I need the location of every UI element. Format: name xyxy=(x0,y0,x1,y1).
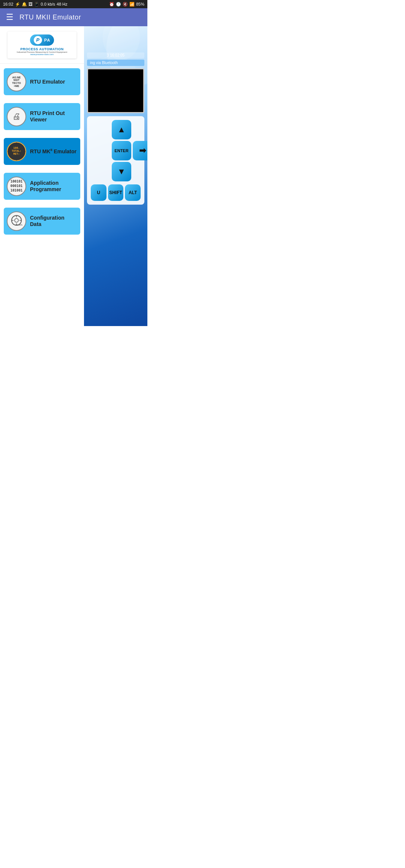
logo-oval: P PA xyxy=(30,34,54,46)
calibration-icon: CALIBRATION xyxy=(7,211,26,231)
logo-area: P PA PROCESS AUTOMATION Industrial Proce… xyxy=(0,26,84,64)
menu-button[interactable]: U xyxy=(91,184,106,201)
binary-text: 100101000101101001 xyxy=(10,180,23,193)
main-container: P PA PROCESS AUTOMATION Industrial Proce… xyxy=(0,26,147,326)
direction-buttons: ▲ ENTER ➡ xyxy=(89,118,142,183)
status-right: ⏰ 🕐 🔇 📶 85% xyxy=(109,2,144,7)
down-button[interactable]: ▼ xyxy=(112,162,131,181)
svg-text:CALIBRATION: CALIBRATION xyxy=(15,224,22,226)
logo-pa-text: PA xyxy=(44,38,50,42)
company-url: www.process-auto.com xyxy=(12,53,72,55)
nav-item-rtu-printout[interactable]: 🖨 RTU Print Out Viewer xyxy=(0,100,84,133)
nav-item-rtu-emulator[interactable]: AG:NENSITTECTO=ME RTU Emulator xyxy=(0,65,84,99)
notification-icon: 🔔 xyxy=(22,2,27,7)
status-left: 16:02 ⚡ 🔔 🖼 📱 0.0 kb/s 48 Hz xyxy=(3,2,68,7)
emulator-area: 3 16:02:05 ing via Bluetooth ▲ xyxy=(87,52,144,207)
wifi-icon: 📶 xyxy=(129,2,135,7)
image-icon: 🖼 xyxy=(28,2,33,6)
mkii-icon: 100.TOTAL:MET: xyxy=(7,142,26,161)
mute-icon: 🔇 xyxy=(123,2,128,7)
alt-label: ALT xyxy=(129,190,137,195)
company-name: PROCESS AUTOMATION xyxy=(12,47,72,51)
calibration-symbol: CALIBRATION xyxy=(10,214,22,228)
rtu-printout-label: RTU Print Out Viewer xyxy=(30,110,77,123)
svg-point-1 xyxy=(15,218,18,222)
lcd-screen xyxy=(87,68,144,113)
clock-icon: 🕐 xyxy=(116,2,121,7)
logo-p-icon: P xyxy=(34,36,42,44)
binary-icon: 100101000101101001 xyxy=(7,177,26,196)
nav-panel: P PA PROCESS AUTOMATION Industrial Proce… xyxy=(0,26,84,326)
bluetooth-status: ing via Bluetooth xyxy=(87,60,144,66)
company-tagline: Industrial Process Measuring & Control E… xyxy=(12,51,72,53)
rtu-icon-text: AG:NENSITTECTO=ME xyxy=(12,76,21,88)
status-bar: 16:02 ⚡ 🔔 🖼 📱 0.0 kb/s 48 Hz ⏰ 🕐 🔇 📶 85% xyxy=(0,0,147,8)
alt-button[interactable]: ALT xyxy=(125,184,141,201)
up-button[interactable]: ▲ xyxy=(112,120,131,139)
modifier-buttons: U SHIFT ALT xyxy=(89,183,142,202)
up-arrow-icon: ▲ xyxy=(117,125,126,135)
hamburger-menu-icon[interactable]: ☰ xyxy=(6,13,14,21)
shift-button[interactable]: SHIFT xyxy=(108,184,124,201)
printer-symbol: 🖨 xyxy=(12,112,21,121)
phone-icon: 📱 xyxy=(34,2,39,7)
rtu-emulator-icon: AG:NENSITTECTO=ME xyxy=(7,72,26,91)
shift-label: SHIFT xyxy=(109,190,122,195)
nav-item-rtu-mkii[interactable]: 100.TOTAL:MET: RTU MKII Emulator xyxy=(0,135,84,168)
hz-display: 48 Hz xyxy=(57,2,68,6)
config-data-label: ConfigurationData xyxy=(30,215,64,227)
rtu-mkii-label: RTU MKII Emulator xyxy=(30,148,76,154)
nav-item-bg-rtu: AG:NENSITTECTO=ME RTU Emulator xyxy=(4,68,80,95)
bolt-icon: ⚡ xyxy=(15,2,20,7)
rtu-emulator-label: RTU Emulator xyxy=(30,79,65,85)
right-panel: 3 16:02:05 ing via Bluetooth ▲ xyxy=(84,26,147,326)
menu-label: U xyxy=(97,190,100,195)
nav-item-bg-programmer: 100101000101101001 ApplicationProgrammer xyxy=(4,173,80,200)
nav-item-app-programmer[interactable]: 100101000101101001 ApplicationProgrammer xyxy=(0,170,84,203)
nav-item-bg-mkii: 100.TOTAL:MET: RTU MKII Emulator xyxy=(4,138,80,165)
emulator-timestamp: 3 16:02:05 xyxy=(87,52,144,58)
enter-label: ENTER xyxy=(114,148,128,153)
right-arrow-icon: ➡ xyxy=(139,146,146,156)
right-button[interactable]: ➡ xyxy=(133,141,147,160)
nav-item-bg-printout: 🖨 RTU Print Out Viewer xyxy=(4,103,80,130)
alarm-icon: ⏰ xyxy=(109,2,114,7)
time-display: 16:02 xyxy=(3,2,14,6)
down-arrow-icon: ▼ xyxy=(117,167,126,177)
data-speed: 0.0 kb/s xyxy=(41,2,56,6)
nav-item-config-data[interactable]: CALIBRATION ConfigurationData xyxy=(0,205,84,238)
enter-button[interactable]: ENTER xyxy=(112,141,131,160)
mkii-lcd-icon: 100.TOTAL:MET: xyxy=(8,142,26,160)
app-programmer-label: ApplicationProgrammer xyxy=(30,180,61,193)
app-title: RTU MKII Emulator xyxy=(20,13,81,21)
printer-icon: 🖨 xyxy=(7,107,26,126)
app-bar: ☰ RTU MKII Emulator xyxy=(0,8,147,26)
company-logo: P PA PROCESS AUTOMATION Industrial Proce… xyxy=(8,31,76,58)
battery-display: 85% xyxy=(136,2,144,6)
nav-item-bg-config: CALIBRATION ConfigurationData xyxy=(4,208,80,235)
